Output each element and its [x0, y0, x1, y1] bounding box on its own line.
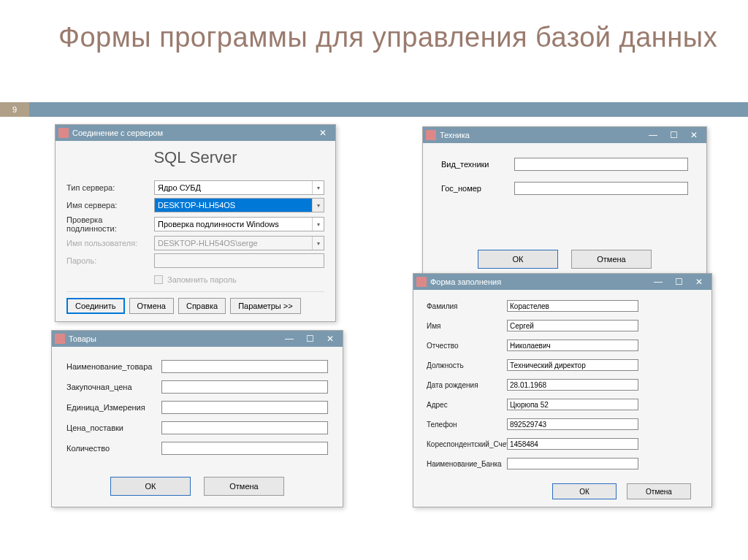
maximize-icon[interactable]: ☐ — [664, 129, 683, 142]
close-icon[interactable]: ✕ — [690, 275, 709, 288]
server-type-label: Тип сервера: — [66, 183, 154, 192]
window-title: Техника — [440, 131, 470, 139]
maximize-icon[interactable]: ☐ — [669, 275, 688, 288]
username-label: Имя пользователя: — [66, 239, 154, 248]
position-label: Должность — [427, 361, 507, 369]
chevron-down-icon: ▾ — [312, 181, 324, 194]
connect-button[interactable]: Соединить — [66, 298, 125, 314]
account-input[interactable]: 1458484 — [507, 438, 638, 450]
dob-label: Дата рождения — [427, 381, 507, 389]
maximize-icon[interactable]: ☐ — [300, 332, 319, 345]
cancel-button[interactable]: Отмена — [571, 250, 652, 269]
server-type-select[interactable]: Ядро СУБД▾ — [154, 180, 324, 195]
server-name-label: Имя сервера: — [66, 201, 154, 210]
password-input — [154, 253, 324, 268]
tech-number-input[interactable] — [514, 182, 688, 195]
tech-type-input[interactable] — [514, 158, 688, 171]
goods-window: Товары — ☐ ✕ Наименование_товара Закупоч… — [51, 330, 343, 507]
ok-button[interactable]: ОК — [552, 483, 617, 499]
goods-supplyprice-label: Цена_поставки — [66, 423, 161, 432]
phone-label: Телефон — [427, 421, 507, 429]
patronymic-label: Отчество — [427, 342, 507, 350]
slide-header-bar: 9 — [0, 102, 748, 117]
cancel-button[interactable]: Отмена — [129, 298, 174, 314]
surname-label: Фамилия — [427, 302, 507, 310]
tech-window: Техника — ☐ ✕ Вид_техники Гос_номер ОК О… — [422, 126, 707, 282]
tech-number-label: Гос_номер — [441, 184, 514, 193]
address-input[interactable]: Цюрюпа 52 — [507, 399, 638, 410]
fill-window: Форма заполнения — ☐ ✕ Фамилия Корастеле… — [413, 273, 712, 507]
goods-titlebar[interactable]: Товары — ☐ ✕ — [52, 331, 343, 347]
phone-input[interactable]: 892529743 — [507, 418, 638, 430]
help-button[interactable]: Справка — [178, 298, 226, 314]
goods-unit-label: Единица_Измерения — [66, 403, 161, 412]
goods-unit-input[interactable] — [161, 401, 328, 414]
app-icon — [58, 128, 69, 138]
slide-number: 9 — [0, 102, 29, 117]
tech-type-label: Вид_техники — [441, 160, 514, 169]
goods-buyprice-label: Закупочная_цена — [66, 383, 161, 391]
name-input[interactable]: Сергей — [507, 320, 638, 331]
username-input: DESKTOP-HLH54OS\serge▾ — [154, 236, 324, 250]
goods-name-input[interactable] — [161, 360, 328, 373]
bank-label: Наименование_Банка — [427, 460, 507, 468]
fill-titlebar[interactable]: Форма заполнения — ☐ ✕ — [413, 274, 711, 290]
params-button[interactable]: Параметры >> — [230, 298, 301, 314]
close-icon[interactable]: ✕ — [321, 332, 340, 345]
sql-connect-window: Соединение с сервером ✕ SQL Server Тип с… — [55, 124, 336, 322]
surname-input[interactable]: Корастелев — [507, 300, 638, 312]
cancel-button[interactable]: Отмена — [204, 477, 284, 496]
address-label: Адрес — [427, 401, 507, 409]
chevron-down-icon: ▾ — [312, 199, 324, 212]
auth-label: Проверка подлинности: — [66, 215, 154, 233]
name-label: Имя — [427, 322, 507, 330]
ok-button[interactable]: ОК — [110, 477, 191, 496]
app-icon — [426, 130, 436, 140]
close-icon[interactable]: ✕ — [684, 129, 703, 142]
app-icon — [55, 334, 65, 344]
bank-input[interactable] — [507, 458, 638, 469]
auth-select[interactable]: Проверка подлинности Windows▾ — [154, 217, 324, 231]
window-title: Форма заполнения — [430, 277, 501, 286]
goods-buyprice-input[interactable] — [161, 380, 328, 394]
goods-qty-input[interactable] — [161, 442, 328, 455]
ok-button[interactable]: ОК — [478, 250, 558, 269]
window-title: Товары — [69, 334, 96, 343]
account-label: Кореспондентский_Счет — [427, 440, 507, 448]
password-label: Пароль: — [66, 256, 154, 265]
server-name-select[interactable]: DESKTOP-HLH54OS▾ — [154, 198, 324, 212]
slide-accent-bar — [29, 102, 748, 117]
cancel-button[interactable]: Отмена — [627, 483, 691, 499]
tech-titlebar[interactable]: Техника — ☐ ✕ — [423, 127, 706, 143]
sql-titlebar[interactable]: Соединение с сервером ✕ — [56, 125, 335, 141]
remember-label: Запомнить пароль — [167, 275, 237, 284]
app-icon — [416, 277, 427, 287]
chevron-down-icon: ▾ — [312, 218, 324, 231]
dob-input[interactable]: 28.01.1968 — [507, 379, 638, 391]
close-icon[interactable]: ✕ — [313, 126, 332, 139]
slide-title: Формы программы для управления базой дан… — [58, 22, 717, 54]
position-input[interactable]: Технический директор — [507, 359, 638, 371]
chevron-down-icon: ▾ — [312, 237, 324, 250]
minimize-icon[interactable]: — — [649, 275, 668, 288]
remember-checkbox — [154, 275, 163, 284]
goods-supplyprice-input[interactable] — [161, 421, 328, 434]
minimize-icon[interactable]: — — [644, 129, 663, 142]
sql-heading: SQL Server — [66, 141, 324, 180]
minimize-icon[interactable]: — — [280, 332, 299, 345]
window-title: Соединение с сервером — [72, 129, 163, 137]
goods-qty-label: Количество — [66, 444, 161, 453]
goods-name-label: Наименование_товара — [66, 362, 161, 371]
patronymic-input[interactable]: Николаевич — [507, 340, 638, 351]
